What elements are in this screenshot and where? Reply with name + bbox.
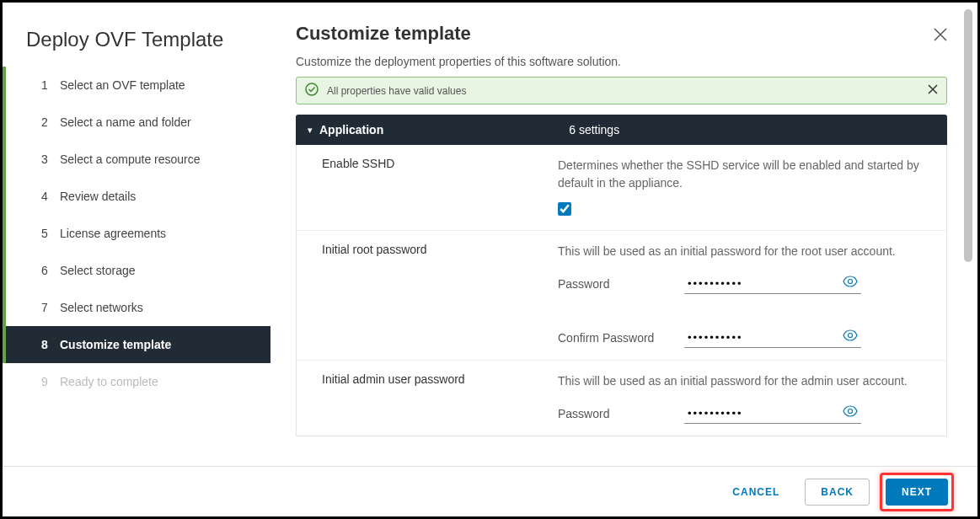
step-label: Select a name and folder [60,115,191,129]
confirm-password-label: Confirm Password [558,331,684,345]
step-list: 1 Select an OVF template 2 Select a name… [3,67,270,465]
step-num: 5 [41,227,60,240]
step-6[interactable]: 6 Select storage [3,252,270,289]
section-title: Application [319,123,383,136]
eye-icon[interactable] [843,276,858,290]
step-label: Select networks [60,301,143,314]
step-9: 9 Ready to complete [3,363,270,400]
close-button[interactable] [934,26,947,45]
section-count: 6 settings [569,123,619,136]
admin-password-input[interactable] [684,404,861,424]
svg-point-12 [306,83,318,95]
close-icon [928,84,938,94]
wizard-title: Deploy OVF Template [3,28,270,67]
setting-desc: This will be used as an initial password… [558,372,940,390]
validation-bar: All properties have valid values [296,77,947,104]
sidebar: Deploy OVF Template 1 Select an OVF temp… [3,3,270,516]
step-label: Select an OVF template [60,78,185,92]
step-1[interactable]: 1 Select an OVF template [3,67,270,104]
setting-label: Enable SSHD [322,157,558,218]
enable-sshd-checkbox[interactable] [558,202,571,216]
setting-label: Initial admin user password [322,372,558,424]
dismiss-validation-button[interactable] [928,84,938,97]
setting-label: Initial root password [322,243,558,348]
step-label: Customize template [60,338,171,351]
step-num: 2 [41,115,60,129]
next-highlight: NEXT [880,473,954,511]
svg-point-15 [849,409,853,414]
root-password-input[interactable] [684,274,861,294]
main-panel: Customize template Customize the deploym… [270,3,977,516]
step-num: 4 [41,190,60,203]
step-num: 6 [41,264,60,277]
check-circle-icon [305,83,319,99]
step-num: 9 [41,375,60,388]
step-5[interactable]: 5 License agreements [3,215,270,252]
section-header-application[interactable]: ▾ Application 6 settings [296,115,947,145]
step-num: 1 [41,78,60,92]
close-icon [934,28,947,41]
cancel-button[interactable]: CANCEL [717,479,795,505]
step-num: 3 [41,152,60,166]
step-label: Review details [60,190,136,203]
step-2[interactable]: 2 Select a name and folder [3,104,270,141]
eye-icon[interactable] [843,329,858,344]
settings-body: Enable SSHD Determines whether the SSHD … [296,145,947,436]
setting-enable-sshd: Enable SSHD Determines whether the SSHD … [297,145,946,231]
next-button[interactable]: NEXT [886,479,948,506]
setting-admin-password: Initial admin user password This will be… [297,361,946,436]
password-label: Password [558,277,684,291]
step-label: License agreements [60,227,166,240]
step-label: Select storage [60,264,136,277]
scrollbar[interactable] [964,9,972,262]
wizard-footer: CANCEL BACK NEXT [3,466,977,516]
svg-point-13 [849,280,853,284]
step-3[interactable]: 3 Select a compute resource [3,141,270,178]
password-label: Password [558,407,684,420]
page-title: Customize template [296,23,947,45]
step-label: Ready to complete [60,375,158,388]
step-num: 8 [41,338,60,351]
step-4[interactable]: 4 Review details [3,178,270,215]
setting-desc: This will be used as an initial password… [558,243,940,260]
eye-icon[interactable] [843,405,858,420]
svg-point-14 [849,334,853,338]
step-8[interactable]: 8 Customize template [3,326,270,363]
page-subtitle: Customize the deployment properties of t… [296,55,947,68]
setting-root-password: Initial root password This will be used … [297,231,946,361]
root-confirm-password-input[interactable] [684,328,861,348]
step-label: Select a compute resource [60,152,201,166]
chevron-down-icon: ▾ [308,125,313,136]
back-button[interactable]: BACK [805,479,870,506]
step-7[interactable]: 7 Select networks [3,289,270,326]
validation-text: All properties have valid values [327,85,466,97]
step-num: 7 [41,301,60,314]
setting-desc: Determines whether the SSHD service will… [558,157,940,192]
